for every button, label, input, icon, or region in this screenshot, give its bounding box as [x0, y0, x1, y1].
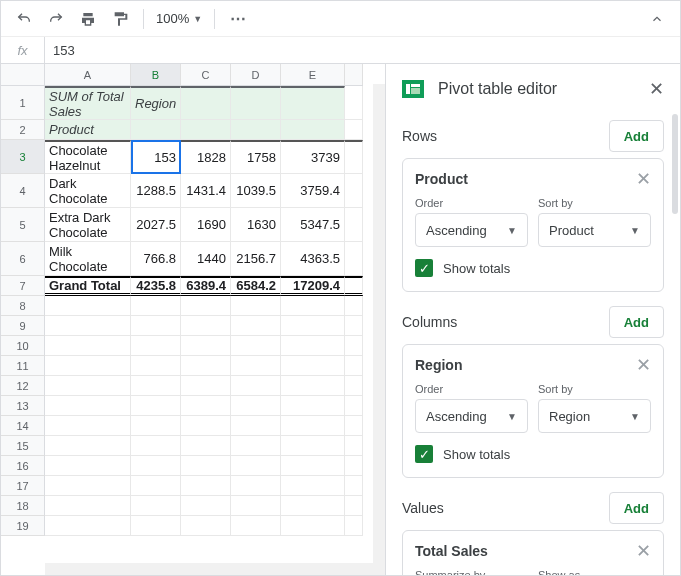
cell-extra-1[interactable] — [345, 86, 363, 120]
row-header-5[interactable]: 5 — [1, 208, 45, 242]
rows-sortby-select[interactable]: Product ▼ — [538, 213, 651, 247]
cell-A19[interactable] — [45, 516, 131, 536]
row-header-14[interactable]: 14 — [1, 416, 45, 436]
cell-B1[interactable]: Region — [131, 86, 181, 120]
cell-C1[interactable] — [181, 86, 231, 120]
cell-B4[interactable]: 1288.5 — [131, 174, 181, 208]
horizontal-scrollbar[interactable] — [45, 563, 373, 575]
cell-E13[interactable] — [281, 396, 345, 416]
remove-columns-field-button[interactable]: ✕ — [636, 358, 651, 372]
cell-A10[interactable] — [45, 336, 131, 356]
cell-extra-17[interactable] — [345, 476, 363, 496]
cell-C12[interactable] — [181, 376, 231, 396]
cell-E19[interactable] — [281, 516, 345, 536]
row-header-12[interactable]: 12 — [1, 376, 45, 396]
remove-values-field-button[interactable]: ✕ — [636, 544, 651, 558]
cell-A13[interactable] — [45, 396, 131, 416]
cell-D11[interactable] — [231, 356, 281, 376]
cell-B5[interactable]: 2027.5 — [131, 208, 181, 242]
cell-A5[interactable]: Extra Dark Chocolate — [45, 208, 131, 242]
redo-button[interactable] — [41, 5, 71, 33]
cell-extra-9[interactable] — [345, 316, 363, 336]
row-header-3[interactable]: 3 — [1, 140, 45, 174]
cell-B8[interactable] — [131, 296, 181, 316]
cell-A8[interactable] — [45, 296, 131, 316]
cell-E2[interactable] — [281, 120, 345, 140]
row-header-1[interactable]: 1 — [1, 86, 45, 120]
cell-E17[interactable] — [281, 476, 345, 496]
cell-E7[interactable]: 17209.4 — [281, 276, 345, 296]
cell-C9[interactable] — [181, 316, 231, 336]
cell-B9[interactable] — [131, 316, 181, 336]
cell-extra-19[interactable] — [345, 516, 363, 536]
cell-C17[interactable] — [181, 476, 231, 496]
cell-E6[interactable]: 4363.5 — [281, 242, 345, 276]
cell-extra-13[interactable] — [345, 396, 363, 416]
column-header-E[interactable]: E — [281, 64, 345, 85]
cell-A12[interactable] — [45, 376, 131, 396]
cell-E8[interactable] — [281, 296, 345, 316]
cell-D5[interactable]: 1630 — [231, 208, 281, 242]
cell-B7[interactable]: 4235.8 — [131, 276, 181, 296]
cell-C16[interactable] — [181, 456, 231, 476]
cell-A9[interactable] — [45, 316, 131, 336]
row-header-10[interactable]: 10 — [1, 336, 45, 356]
cell-C4[interactable]: 1431.4 — [181, 174, 231, 208]
cell-C6[interactable]: 1440 — [181, 242, 231, 276]
cell-E18[interactable] — [281, 496, 345, 516]
rows-show-totals-checkbox[interactable]: ✓ — [415, 259, 433, 277]
rows-order-select[interactable]: Ascending ▼ — [415, 213, 528, 247]
cell-C10[interactable] — [181, 336, 231, 356]
cell-A15[interactable] — [45, 436, 131, 456]
cell-E14[interactable] — [281, 416, 345, 436]
panel-scrollbar[interactable] — [672, 114, 678, 214]
cell-D9[interactable] — [231, 316, 281, 336]
add-value-button[interactable]: Add — [609, 492, 664, 524]
cell-B2[interactable] — [131, 120, 181, 140]
cell-D7[interactable]: 6584.2 — [231, 276, 281, 296]
row-header-8[interactable]: 8 — [1, 296, 45, 316]
cell-extra-8[interactable] — [345, 296, 363, 316]
row-header-2[interactable]: 2 — [1, 120, 45, 140]
cell-A2[interactable]: Product — [45, 120, 131, 140]
add-column-button[interactable]: Add — [609, 306, 664, 338]
collapse-toolbar-button[interactable] — [642, 5, 672, 33]
cell-B18[interactable] — [131, 496, 181, 516]
cell-C11[interactable] — [181, 356, 231, 376]
cell-E12[interactable] — [281, 376, 345, 396]
cell-extra-10[interactable] — [345, 336, 363, 356]
cell-B16[interactable] — [131, 456, 181, 476]
cell-A11[interactable] — [45, 356, 131, 376]
more-toolbar-button[interactable]: ⋯ — [223, 5, 253, 33]
cell-extra-6[interactable] — [345, 242, 363, 276]
cell-A18[interactable] — [45, 496, 131, 516]
cell-A6[interactable]: Milk Chocolate — [45, 242, 131, 276]
cell-D8[interactable] — [231, 296, 281, 316]
zoom-select[interactable]: 100% ▼ — [152, 11, 206, 26]
cell-A16[interactable] — [45, 456, 131, 476]
cell-C15[interactable] — [181, 436, 231, 456]
cell-C8[interactable] — [181, 296, 231, 316]
cell-C18[interactable] — [181, 496, 231, 516]
cell-C3[interactable]: 1828 — [181, 140, 231, 174]
cell-extra-5[interactable] — [345, 208, 363, 242]
cell-C2[interactable] — [181, 120, 231, 140]
cell-D12[interactable] — [231, 376, 281, 396]
row-header-9[interactable]: 9 — [1, 316, 45, 336]
row-header-7[interactable]: 7 — [1, 276, 45, 296]
cell-B11[interactable] — [131, 356, 181, 376]
column-header-C[interactable]: C — [181, 64, 231, 85]
cell-B6[interactable]: 766.8 — [131, 242, 181, 276]
cell-A4[interactable]: Dark Chocolate — [45, 174, 131, 208]
cell-D1[interactable] — [231, 86, 281, 120]
cell-D6[interactable]: 2156.7 — [231, 242, 281, 276]
cell-B15[interactable] — [131, 436, 181, 456]
cell-C13[interactable] — [181, 396, 231, 416]
cell-extra-2[interactable] — [345, 120, 363, 140]
cell-extra-18[interactable] — [345, 496, 363, 516]
columns-sortby-select[interactable]: Region ▼ — [538, 399, 651, 433]
row-header-6[interactable]: 6 — [1, 242, 45, 276]
cell-extra-11[interactable] — [345, 356, 363, 376]
cell-D19[interactable] — [231, 516, 281, 536]
cell-B10[interactable] — [131, 336, 181, 356]
